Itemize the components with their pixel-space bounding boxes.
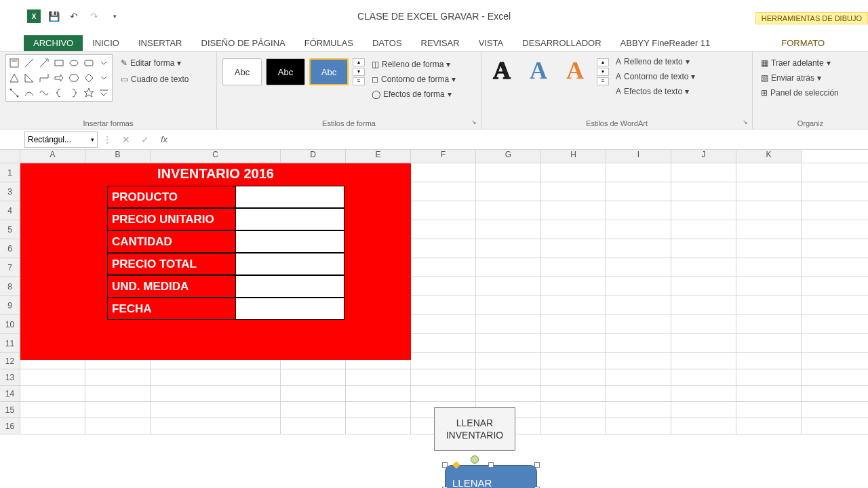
col-header[interactable]: I (606, 150, 671, 163)
cell[interactable] (736, 182, 802, 201)
cell[interactable] (476, 353, 541, 369)
shape-elbow-icon[interactable] (37, 71, 51, 85)
row-header[interactable]: 9 (0, 296, 20, 314)
shape-dropdown-icon[interactable] (97, 86, 111, 100)
cell[interactable] (476, 239, 541, 258)
wordart-style-2[interactable]: A (524, 56, 553, 85)
cell[interactable] (736, 239, 802, 258)
shape-connector-icon[interactable] (7, 86, 21, 100)
save-icon[interactable]: 💾 (46, 9, 61, 24)
shape-styles-launcher-icon[interactable]: ↘ (470, 118, 478, 126)
cell[interactable] (281, 369, 346, 385)
text-effects-button[interactable]: AEfectos de texto ▾ (613, 85, 698, 98)
col-header[interactable]: D (281, 150, 346, 163)
cell[interactable] (671, 296, 736, 314)
cell[interactable] (606, 418, 671, 434)
cell[interactable] (476, 369, 541, 385)
row-header[interactable]: 15 (0, 402, 20, 418)
cell[interactable] (476, 296, 541, 314)
col-header[interactable]: K (736, 150, 802, 163)
cell[interactable] (411, 182, 476, 201)
cell[interactable] (541, 315, 606, 333)
cell[interactable] (736, 296, 802, 314)
cell[interactable] (606, 353, 671, 369)
cell[interactable] (736, 369, 802, 385)
edit-shape-button[interactable]: ✎Editar forma ▾ (118, 57, 191, 69)
tab-inicio[interactable]: INICIO (83, 35, 129, 51)
cell[interactable] (281, 418, 346, 434)
cell[interactable] (20, 369, 85, 385)
cell[interactable] (671, 386, 736, 401)
cell[interactable] (20, 418, 85, 434)
shape-diamond-icon[interactable] (82, 71, 96, 85)
shape-fill-button[interactable]: ◫Relleno de forma ▾ (369, 58, 458, 70)
cell[interactable] (541, 258, 606, 277)
form-input[interactable] (236, 186, 344, 208)
cell[interactable] (671, 220, 736, 239)
cell[interactable] (736, 353, 802, 369)
tab-datos[interactable]: DATOS (363, 35, 412, 51)
cell[interactable] (671, 163, 736, 182)
cell[interactable] (606, 163, 671, 182)
cell[interactable] (85, 402, 151, 418)
shape-curve-icon[interactable] (22, 86, 36, 100)
wordart-more[interactable]: ▴▾≡ (597, 58, 609, 85)
cell[interactable] (151, 402, 281, 418)
row-header[interactable]: 14 (0, 386, 20, 401)
cell[interactable] (671, 182, 736, 201)
cell[interactable] (541, 220, 606, 239)
cell[interactable] (346, 402, 411, 418)
cell[interactable] (151, 369, 281, 385)
tab-formato[interactable]: FORMATO (772, 35, 834, 51)
tab-revisar[interactable]: REVISAR (412, 35, 469, 51)
cell[interactable] (736, 418, 802, 434)
row-header[interactable]: 6 (0, 239, 20, 258)
cell[interactable] (411, 315, 476, 333)
shape-star-icon[interactable] (82, 86, 96, 100)
cell[interactable] (541, 334, 606, 352)
cell[interactable] (736, 163, 802, 182)
cell[interactable] (671, 418, 736, 434)
cell[interactable] (346, 369, 411, 385)
cell[interactable] (736, 201, 802, 220)
cell[interactable] (411, 220, 476, 239)
form-input[interactable] (236, 275, 344, 298)
cell[interactable] (606, 296, 671, 314)
cell[interactable] (281, 386, 346, 401)
cell[interactable] (606, 402, 671, 418)
cell[interactable] (476, 277, 541, 296)
row-header[interactable]: 3 (0, 182, 20, 201)
cell[interactable] (671, 258, 736, 277)
formula-input[interactable] (174, 132, 868, 147)
col-header[interactable]: H (541, 150, 606, 163)
shape-effects-button[interactable]: ◯Efectos de forma ▾ (369, 88, 458, 100)
spreadsheet-grid[interactable]: ABCDEFGHIJK 1345678910111213141516 INVEN… (0, 150, 868, 488)
cell[interactable] (671, 277, 736, 296)
row-header[interactable]: 11 (0, 334, 20, 352)
shape-arrow-icon[interactable] (37, 56, 51, 70)
cell[interactable] (411, 296, 476, 314)
shape-freeform-icon[interactable] (37, 86, 51, 100)
cell[interactable] (671, 402, 736, 418)
cell[interactable] (541, 239, 606, 258)
cell[interactable] (411, 353, 476, 369)
shape-oval-icon[interactable] (67, 56, 81, 70)
shape-style-more[interactable]: ▴▾≡ (353, 58, 365, 85)
cell[interactable] (736, 315, 802, 333)
shape-style-2[interactable]: Abc (266, 58, 305, 85)
cell[interactable] (411, 163, 476, 182)
shape-roundrect-icon[interactable] (82, 56, 96, 70)
wordart-style-1[interactable]: A (487, 56, 517, 85)
row-header[interactable]: 7 (0, 258, 20, 277)
undo-icon[interactable]: ↶ (66, 9, 81, 24)
row-header[interactable]: 1 (0, 163, 20, 182)
cell[interactable] (411, 369, 476, 385)
cell[interactable] (541, 418, 606, 434)
shape-brace-l-icon[interactable] (52, 86, 66, 100)
cell[interactable] (411, 386, 476, 401)
cell[interactable] (411, 334, 476, 352)
row-header[interactable]: 8 (0, 277, 20, 296)
cell[interactable] (476, 182, 541, 201)
shape-hexagon-icon[interactable] (67, 71, 81, 85)
cell[interactable] (606, 182, 671, 201)
